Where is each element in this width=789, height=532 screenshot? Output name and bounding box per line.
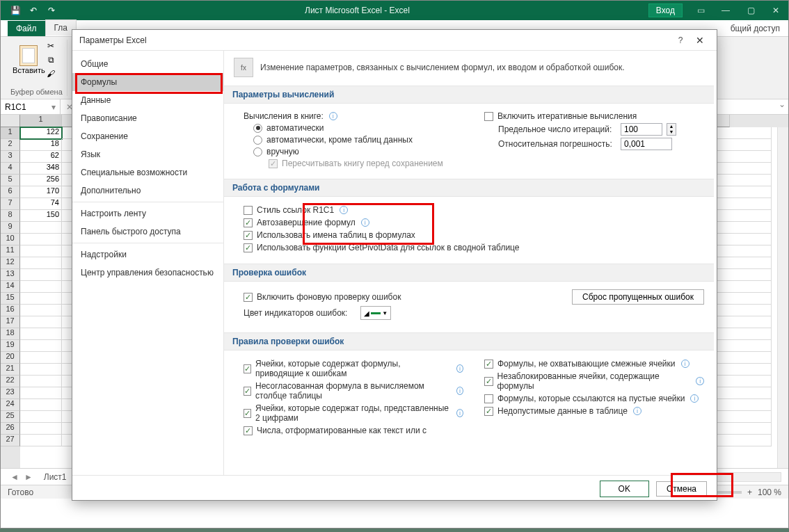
- paste-button[interactable]: Вставить: [15, 41, 42, 79]
- row-header[interactable]: 7: [1, 198, 20, 210]
- row-header[interactable]: 4: [1, 163, 20, 175]
- close-window-icon[interactable]: ✕: [763, 1, 788, 20]
- cancel-button[interactable]: Отмена: [656, 481, 707, 497]
- zoom-in-icon[interactable]: +: [747, 487, 752, 497]
- row-header[interactable]: 15: [1, 293, 20, 305]
- row-header[interactable]: 21: [1, 364, 20, 376]
- col-header[interactable]: 1: [20, 115, 62, 127]
- cell[interactable]: [20, 364, 62, 376]
- tab-file[interactable]: Файл: [8, 21, 45, 36]
- radio-auto[interactable]: [253, 124, 262, 133]
- row-header[interactable]: 24: [1, 399, 20, 411]
- close-dialog-icon[interactable]: ✕: [690, 35, 710, 46]
- row-header[interactable]: 9: [1, 222, 20, 234]
- nav-language[interactable]: Язык: [72, 145, 223, 163]
- nav-advanced[interactable]: Дополнительно: [72, 182, 223, 200]
- radio-auto-except[interactable]: [253, 136, 262, 145]
- login-button[interactable]: Вход: [648, 3, 683, 17]
- cell[interactable]: 348: [20, 163, 62, 175]
- copy-icon[interactable]: ⧉: [45, 54, 57, 66]
- sheet-nav-next[interactable]: ►: [22, 472, 35, 482]
- info-icon[interactable]: i: [340, 206, 348, 214]
- nav-proofing[interactable]: Правописание: [72, 109, 223, 127]
- reset-errors-button[interactable]: Сброс пропущенных ошибок: [572, 289, 704, 305]
- chk-rule6[interactable]: [484, 377, 493, 386]
- ribbon-options-icon[interactable]: ▭: [688, 1, 713, 20]
- row-header[interactable]: 18: [1, 328, 20, 340]
- row-header[interactable]: 25: [1, 411, 20, 423]
- nav-addins[interactable]: Надстройки: [72, 245, 223, 264]
- row-header[interactable]: 5: [1, 175, 20, 186]
- chk-rule7[interactable]: [484, 394, 493, 403]
- select-all-corner[interactable]: [1, 115, 20, 127]
- row-header[interactable]: 17: [1, 316, 20, 328]
- info-icon[interactable]: i: [690, 394, 699, 403]
- cell[interactable]: [20, 269, 62, 281]
- cell[interactable]: [20, 293, 62, 305]
- expand-formula-bar-icon[interactable]: ⌄: [776, 99, 788, 114]
- row-header[interactable]: 19: [1, 340, 20, 352]
- chk-table-names[interactable]: [244, 231, 253, 240]
- info-icon[interactable]: i: [696, 377, 704, 385]
- cell[interactable]: [20, 234, 62, 245]
- nav-data[interactable]: Данные: [72, 91, 223, 109]
- row-header[interactable]: 12: [1, 257, 20, 269]
- cell[interactable]: [20, 328, 62, 340]
- chk-r1c1[interactable]: [244, 206, 253, 215]
- row-header[interactable]: 13: [1, 269, 20, 281]
- row-header[interactable]: 10: [1, 234, 20, 245]
- cut-icon[interactable]: ✂: [45, 40, 57, 52]
- ok-button[interactable]: OK: [600, 481, 649, 497]
- redo-icon[interactable]: ↷: [44, 3, 59, 18]
- row-header[interactable]: 20: [1, 352, 20, 364]
- cell[interactable]: [20, 316, 62, 328]
- nav-qat[interactable]: Панель быстрого доступа: [72, 223, 223, 241]
- row-header[interactable]: 23: [1, 387, 20, 399]
- row-header[interactable]: 16: [1, 305, 20, 316]
- chk-autocomplete[interactable]: [244, 218, 253, 227]
- nav-customize-ribbon[interactable]: Настроить ленту: [72, 204, 223, 223]
- cell[interactable]: [20, 305, 62, 316]
- name-box[interactable]: R1C1▾: [1, 99, 61, 114]
- radio-manual[interactable]: [253, 147, 262, 156]
- cell[interactable]: [20, 435, 62, 446]
- cell[interactable]: [20, 222, 62, 234]
- info-icon[interactable]: i: [681, 360, 690, 368]
- row-header[interactable]: 26: [1, 423, 20, 435]
- input-max-iter[interactable]: [621, 123, 662, 136]
- info-icon[interactable]: i: [361, 218, 369, 227]
- spinner-max-iter[interactable]: ▲▼: [667, 123, 676, 136]
- cell[interactable]: [20, 423, 62, 435]
- cell[interactable]: [20, 352, 62, 364]
- cell[interactable]: 150: [20, 210, 62, 222]
- cell[interactable]: 74: [20, 198, 62, 210]
- input-max-change[interactable]: [621, 138, 672, 150]
- cell[interactable]: [20, 340, 62, 352]
- share-link[interactable]: бщий доступ: [722, 21, 788, 36]
- chk-rule2[interactable]: [244, 387, 251, 396]
- info-icon[interactable]: i: [329, 112, 337, 120]
- chk-rule8[interactable]: [484, 407, 493, 416]
- row-header[interactable]: 14: [1, 281, 20, 293]
- row-header[interactable]: 8: [1, 210, 20, 222]
- cell[interactable]: [20, 281, 62, 293]
- info-icon[interactable]: i: [633, 407, 641, 415]
- undo-icon[interactable]: ↶: [26, 3, 41, 18]
- row-header[interactable]: 2: [1, 139, 20, 151]
- cell[interactable]: 170: [20, 186, 62, 198]
- cell[interactable]: [20, 376, 62, 387]
- chk-rule1[interactable]: [244, 364, 251, 373]
- row-header[interactable]: 22: [1, 376, 20, 387]
- nav-ease[interactable]: Специальные возможности: [72, 163, 223, 182]
- chk-rule3[interactable]: [244, 409, 251, 418]
- info-icon[interactable]: i: [456, 387, 463, 395]
- cell[interactable]: [20, 257, 62, 269]
- row-header[interactable]: 3: [1, 151, 20, 163]
- error-color-picker[interactable]: ◢▼: [360, 306, 391, 320]
- chk-iterative[interactable]: [484, 112, 493, 121]
- row-header[interactable]: 11: [1, 245, 20, 257]
- nav-general[interactable]: Общие: [72, 55, 223, 73]
- info-icon[interactable]: i: [456, 364, 463, 373]
- cell[interactable]: 122: [20, 127, 62, 139]
- cell[interactable]: 62: [20, 151, 62, 163]
